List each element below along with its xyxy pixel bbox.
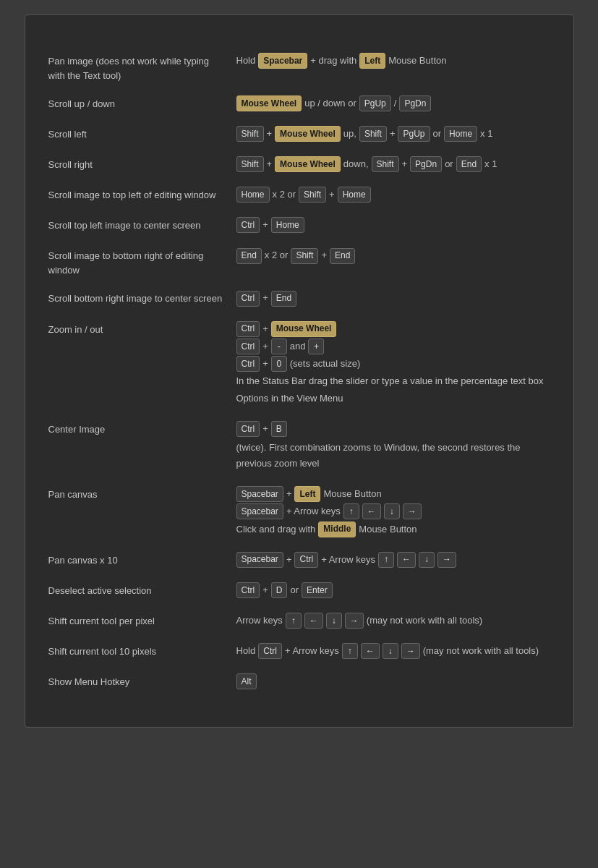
key-badge: PgDn (410, 156, 442, 172)
shortcut-text: + (262, 421, 268, 437)
key-badge: ↓ (326, 613, 342, 629)
key-badge-highlight: Spacebar (258, 53, 307, 69)
shortcut-line: Ctrl + Home (236, 217, 550, 233)
shortcut-text: or (433, 126, 442, 142)
shortcut-text: + drag with (310, 53, 356, 69)
key-badge: ↓ (384, 503, 400, 519)
key-badge: ↓ (419, 552, 435, 568)
shortcut-keys: Ctrl + Mouse WheelCtrl + - and +Ctrl + 0… (236, 321, 550, 408)
shortcut-label: Deselect active selection (48, 582, 236, 598)
shortcut-text: + (262, 217, 268, 233)
shortcut-label: Scroll bottom right image to center scre… (48, 290, 236, 306)
shortcut-label: Scroll up / down (48, 95, 236, 111)
key-badge: End (236, 248, 262, 264)
shortcut-line: Shift + Mouse Wheel down, Shift + PgDn o… (236, 156, 550, 172)
key-badge: + (308, 339, 324, 354)
shortcut-keys: Hold Ctrl + Arrow keys ↑←↓→ (may not wor… (236, 643, 550, 660)
shortcut-text: + Arrow keys (321, 552, 375, 568)
shortcut-text: + (402, 156, 408, 172)
key-badge: - (271, 339, 287, 354)
shortcut-keys: Ctrl + D or Enter (236, 582, 550, 600)
shortcut-label: Shift current tool per pixel (48, 613, 236, 629)
key-badge: ↑ (343, 503, 359, 519)
key-badge: Ctrl (236, 321, 260, 337)
key-badge: ← (361, 643, 380, 659)
shortcut-row: Pan canvas x 10Spacebar + Ctrl + Arrow k… (48, 552, 550, 569)
shortcut-text: + (262, 356, 268, 372)
key-badge: Ctrl (236, 339, 260, 354)
shortcut-line: Mouse Wheel up / down or PgUp / PgDn (236, 95, 550, 111)
key-badge: Home (271, 217, 304, 233)
shortcut-line: Click and drag with Middle Mouse Button (236, 522, 550, 537)
key-badge: End (456, 156, 482, 172)
shortcut-text: + Arrow keys (286, 503, 341, 519)
key-badge: → (345, 613, 364, 629)
key-badge: Spacebar (236, 503, 283, 519)
shortcut-keys: Ctrl + Home (236, 217, 550, 234)
shortcut-text: or (290, 582, 299, 598)
shortcut-text: + (262, 290, 268, 306)
key-badge: Shift (372, 156, 399, 172)
shortcut-text: + (262, 582, 268, 598)
shortcut-line: Arrow keys ↑←↓→ (may not work with all t… (236, 613, 550, 629)
key-badge-highlight: Mouse Wheel (275, 156, 341, 172)
shortcut-row: Show Menu HotkeyAlt (48, 673, 550, 691)
shortcut-keys: Spacebar + Left Mouse ButtonSpacebar + A… (236, 486, 550, 538)
key-badge: Ctrl (236, 356, 260, 372)
shortcut-keys: Mouse Wheel up / down or PgUp / PgDn (236, 95, 550, 113)
shortcut-keys: Arrow keys ↑←↓→ (may not work with all t… (236, 613, 550, 630)
shortcut-text: + (286, 552, 292, 568)
shortcut-text: (twice). First combination zooms to Wind… (236, 440, 550, 472)
shortcut-row: Zoom in / outCtrl + Mouse WheelCtrl + - … (48, 321, 550, 408)
key-badge: ← (362, 503, 381, 519)
shortcut-line: Spacebar + Ctrl + Arrow keys ↑←↓→ (236, 552, 550, 568)
key-badge: Home (236, 187, 270, 203)
shortcut-text: Mouse Button (323, 486, 381, 502)
shortcut-line: Ctrl + - and + (236, 339, 550, 354)
shortcut-text: up, (343, 126, 356, 142)
shortcut-text: + (262, 339, 268, 354)
shortcut-line: Alt (236, 673, 550, 689)
shortcut-label: Scroll top left image to center screen (48, 217, 236, 233)
key-badge: D (271, 582, 288, 598)
shortcut-keys: Ctrl + End (236, 290, 550, 307)
shortcut-text: x 1 (484, 156, 497, 172)
shortcut-line: Hold Spacebar + drag with Left Mouse But… (236, 53, 550, 69)
shortcut-text: down, (343, 156, 369, 172)
shortcut-text: or (445, 156, 453, 172)
shortcut-line: Spacebar + Left Mouse Button (236, 486, 550, 502)
shortcut-row: Scroll bottom right image to center scre… (48, 290, 550, 307)
shortcut-text: / (394, 95, 397, 111)
key-badge: Shift (359, 126, 387, 142)
shortcut-label: Pan canvas x 10 (48, 552, 236, 568)
key-badge: Ctrl (236, 582, 260, 598)
shortcut-row: Shift current tool per pixelArrow keys ↑… (48, 613, 550, 630)
shortcut-line: Home x 2 or Shift + Home (236, 187, 550, 203)
shortcut-text: + (267, 126, 273, 142)
shortcut-keys: Shift + Mouse Wheel up, Shift + PgUp or … (236, 126, 550, 143)
shortcut-text: Hold (236, 53, 256, 69)
shortcut-line: Ctrl + Mouse Wheel (236, 321, 550, 337)
shortcut-keys: Ctrl + B (twice). First combination zoom… (236, 421, 550, 473)
shortcut-line: Ctrl + End (236, 290, 550, 306)
shortcut-label: Scroll image to top left of editing wind… (48, 187, 236, 203)
shortcut-text: up / down or (304, 95, 356, 111)
key-badge: ↑ (342, 643, 358, 659)
key-badge: → (403, 503, 422, 519)
shortcut-line: Options in the View Menu (236, 391, 550, 407)
shortcut-text: Options in the View Menu (236, 393, 343, 404)
key-badge: Home (338, 187, 371, 203)
panel: Pan image (does not work while typing wi… (25, 14, 574, 728)
shortcut-keys: Home x 2 or Shift + Home (236, 187, 550, 204)
shortcut-label: Scroll image to bottom right of editing … (48, 247, 236, 277)
shortcut-text: In the Status Bar drag the slider or typ… (236, 375, 544, 386)
shortcut-line: Hold Ctrl + Arrow keys ↑←↓→ (may not wor… (236, 643, 550, 659)
key-badge: Shift (291, 248, 318, 264)
shortcut-label: Pan image (does not work while typing wi… (48, 53, 236, 82)
key-badge: B (271, 421, 287, 437)
shortcut-text: x 1 (480, 126, 492, 142)
shortcut-line: Ctrl + D or Enter (236, 582, 550, 598)
shortcut-text: + (286, 486, 292, 502)
shortcut-row: Center ImageCtrl + B (twice). First comb… (48, 421, 550, 473)
shortcut-text: + (321, 247, 327, 263)
